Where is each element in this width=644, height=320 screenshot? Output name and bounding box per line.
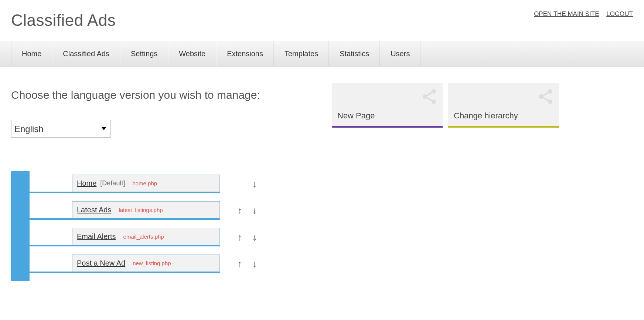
page-box: Home[Default]home.php bbox=[72, 175, 220, 193]
svg-point-0 bbox=[432, 89, 436, 94]
content: Choose the language version you wish to … bbox=[0, 67, 644, 273]
page-row: Latest Adslatest_listings.php↑↓ bbox=[30, 201, 633, 220]
share-icon bbox=[537, 88, 555, 105]
nav-templates[interactable]: Templates bbox=[274, 41, 329, 66]
page-default-tag: [Default] bbox=[100, 179, 125, 187]
arrow-up-icon[interactable]: ↑ bbox=[236, 205, 244, 216]
svg-point-4 bbox=[539, 94, 544, 99]
new-page-label: New Page bbox=[337, 111, 375, 121]
reorder-arrows: ↑↓ bbox=[229, 258, 259, 270]
page-list: Home[Default]home.php↓Latest Adslatest_l… bbox=[11, 171, 633, 273]
reorder-arrows: ↑↓ bbox=[229, 232, 259, 243]
new-page-tile[interactable]: New Page bbox=[332, 83, 443, 128]
page-name-link[interactable]: Latest Ads bbox=[77, 206, 111, 214]
page-box: Latest Adslatest_listings.php bbox=[72, 201, 220, 220]
tree-connector bbox=[30, 192, 72, 193]
nav-statistics[interactable]: Statistics bbox=[329, 41, 380, 66]
arrow-placeholder bbox=[236, 178, 244, 190]
page-row: Email Alertsemail_alerts.php↑↓ bbox=[30, 228, 633, 246]
nav-classified-ads[interactable]: Classified Ads bbox=[52, 41, 120, 66]
nav-extensions[interactable]: Extensions bbox=[216, 41, 274, 66]
svg-point-5 bbox=[548, 100, 552, 104]
arrow-up-icon[interactable]: ↑ bbox=[236, 232, 244, 243]
navbar: Home Classified Ads Settings Website Ext… bbox=[0, 41, 644, 67]
svg-point-1 bbox=[423, 94, 427, 99]
page-name-link[interactable]: Email Alerts bbox=[77, 232, 116, 241]
action-tiles: New Page Change hierarchy bbox=[332, 83, 559, 128]
tree-root-bar: your current site bbox=[11, 171, 30, 281]
share-icon bbox=[420, 88, 438, 105]
page-file-label: latest_listings.php bbox=[119, 207, 163, 213]
page-row: Post a New Adnew_listing.php↑↓ bbox=[30, 255, 633, 273]
change-hierarchy-label: Change hierarchy bbox=[454, 111, 518, 121]
arrow-down-icon[interactable]: ↓ bbox=[251, 232, 259, 243]
page-box: Post a New Adnew_listing.php bbox=[72, 255, 220, 273]
page-file-label: new_listing.php bbox=[133, 260, 171, 266]
page-row: Home[Default]home.php↓ bbox=[30, 175, 633, 193]
nav-settings[interactable]: Settings bbox=[120, 41, 168, 66]
tree-connector bbox=[30, 218, 72, 220]
page-file-label: email_alerts.php bbox=[123, 233, 164, 240]
logout-link[interactable]: LOGOUT bbox=[606, 10, 633, 17]
arrow-down-icon[interactable]: ↓ bbox=[251, 178, 259, 190]
change-hierarchy-tile[interactable]: Change hierarchy bbox=[448, 83, 559, 128]
header: Classified Ads OPEN THE MAIN SITE LOGOUT bbox=[0, 0, 644, 41]
nav-home[interactable]: Home bbox=[11, 41, 52, 66]
page-box: Email Alertsemail_alerts.php bbox=[72, 228, 220, 246]
page-name-link[interactable]: Home bbox=[77, 179, 96, 188]
nav-website[interactable]: Website bbox=[168, 41, 216, 66]
arrow-down-icon[interactable]: ↓ bbox=[251, 258, 259, 270]
tree-connector bbox=[30, 245, 72, 246]
reorder-arrows: ↑↓ bbox=[229, 205, 259, 216]
page-name-link[interactable]: Post a New Ad bbox=[77, 259, 125, 267]
page-file-label: home.php bbox=[132, 180, 157, 186]
reorder-arrows: ↓ bbox=[229, 178, 259, 190]
open-main-site-link[interactable]: OPEN THE MAIN SITE bbox=[534, 10, 599, 17]
page-tree: your current site Home[Default]home.php↓… bbox=[11, 171, 633, 273]
svg-point-2 bbox=[432, 100, 436, 104]
nav-users[interactable]: Users bbox=[380, 41, 420, 66]
svg-point-3 bbox=[548, 89, 552, 94]
header-links: OPEN THE MAIN SITE LOGOUT bbox=[528, 10, 633, 18]
language-select[interactable]: English bbox=[11, 120, 111, 138]
arrow-up-icon[interactable]: ↑ bbox=[236, 258, 244, 270]
arrow-down-icon[interactable]: ↓ bbox=[251, 205, 259, 216]
tree-connector bbox=[30, 272, 72, 273]
